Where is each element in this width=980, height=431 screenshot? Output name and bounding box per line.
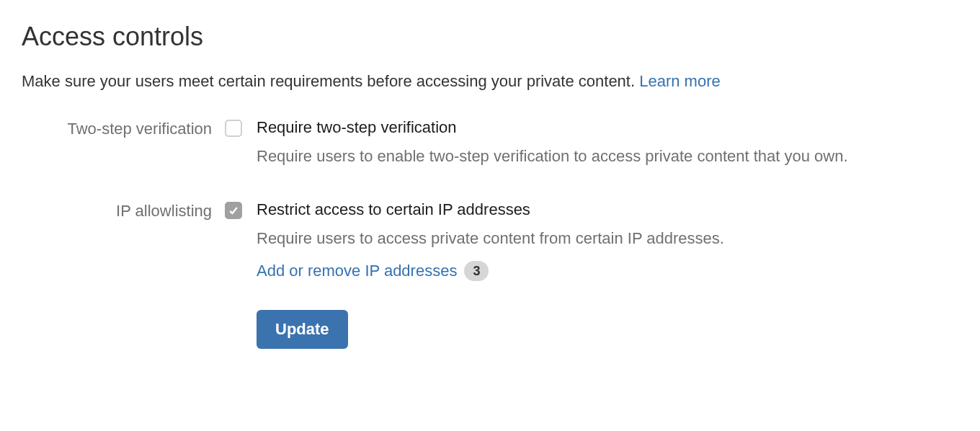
ip-allow-option-title: Restrict access to certain IP addresses <box>257 200 958 219</box>
two-step-option-title: Require two-step verification <box>257 118 958 137</box>
ip-allow-checkbox[interactable] <box>225 202 242 219</box>
intro-text: Make sure your users meet certain requir… <box>22 72 958 91</box>
ip-allow-row: IP allowlisting Restrict access to certa… <box>22 200 958 288</box>
ip-allow-content: Restrict access to certain IP addresses … <box>257 200 958 288</box>
ip-allow-option-desc: Require users to access private content … <box>257 229 958 248</box>
two-step-checkbox-wrap <box>225 118 257 141</box>
two-step-option-desc: Require users to enable two-step verific… <box>257 147 958 166</box>
two-step-row: Two-step verification Require two-step v… <box>22 118 958 179</box>
check-icon <box>228 205 239 216</box>
manage-ip-link[interactable]: Add or remove IP addresses <box>257 262 457 280</box>
ip-manage-line: Add or remove IP addresses 3 <box>257 261 958 281</box>
button-row: Update <box>22 310 958 349</box>
update-button[interactable]: Update <box>257 310 348 349</box>
two-step-content: Require two-step verification Require us… <box>257 118 958 179</box>
two-step-label: Two-step verification <box>22 118 225 138</box>
ip-allow-checkbox-wrap <box>225 200 257 221</box>
page-title: Access controls <box>22 22 958 52</box>
ip-allow-label: IP allowlisting <box>22 200 225 221</box>
learn-more-link[interactable]: Learn more <box>639 72 721 90</box>
button-spacer <box>225 310 257 349</box>
two-step-checkbox[interactable] <box>225 120 242 137</box>
intro-text-body: Make sure your users meet certain requir… <box>22 72 639 90</box>
ip-count-badge: 3 <box>464 261 489 281</box>
